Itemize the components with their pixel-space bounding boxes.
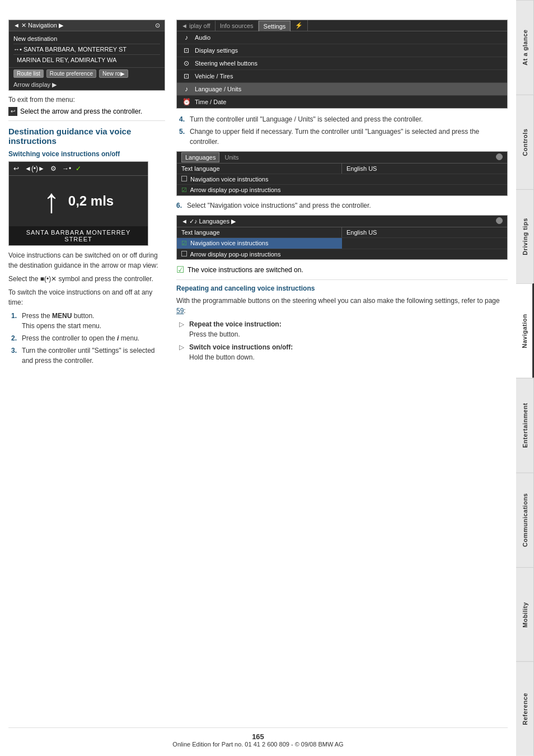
right-tab-bar: At a glance Controls Driving tips Naviga… [516,0,534,756]
route-pref-btn[interactable]: Route preference [46,69,96,78]
voice-on-indicator: ☑ The voice instructions are switched on… [176,264,508,275]
dot-indicator-1 [496,153,503,161]
navigation-screen-1: ◄ ✕ Navigation ▶ ⊙ New destination ↔• SA… [8,20,165,91]
repeating-body-text: With the programmable buttons on the ste… [176,296,508,316]
lang-row-arrow-display: ☑ Arrow display pop-up instructions [177,185,507,195]
tab-entertainment[interactable]: Entertainment [516,378,534,473]
checkmark-icon: ✓ [76,165,81,172]
caption-arrow-text: Select the arrow and press the controlle… [20,108,142,115]
voice-on-check: ☑ [176,264,184,275]
arrow-unchecked-icon [181,251,187,256]
time-icon: ⏰ [181,98,191,106]
units-tab[interactable]: Units [222,153,242,162]
arrow-main-area: ↑ 0,2 mls [9,176,148,226]
languages-tab[interactable]: Languages [181,152,219,162]
route-list-btn[interactable]: Route list [13,69,44,78]
nav-row-3: MARINA DEL REY, ADMIRALTY WA [13,55,160,65]
tab-info[interactable]: Info sources [216,21,259,31]
settings-language: ♪ Language / Units [177,83,507,96]
tab-settings[interactable]: Settings [259,21,291,31]
settings-audio: ♪ Audio [177,31,507,44]
lang-cell-nav-voice: Navigation voice instructions [177,174,342,184]
steps-4-5-list: 4. Turn the controller until "Language /… [179,114,508,147]
divider-1 [8,120,165,121]
lang-screen-2-header: ◄ ✓♪ Languages ▶ [177,216,507,227]
tab-reference[interactable]: Reference [516,661,534,756]
arrow-display-row: Arrow display ▶ [9,80,165,90]
lang2-cell-text-language: Text language [177,227,342,237]
voice-on-text: The voice instructions are switched on. [188,266,303,274]
tab-power[interactable]: ⚡ [291,20,308,31]
steering-icon: ⊙ [181,59,191,67]
arrow-icon-bar: ↩ ◄(•)► ⚙ →• [13,165,71,172]
lang-screen-1-header: Languages Units [177,152,507,164]
nav-checked-icon: ☑ [181,240,187,246]
back-icon: ↩ [13,165,19,172]
distance-display: 0,2 mls [68,193,114,209]
nav-row-1: New destination [13,34,160,44]
checked-icon: ☑ [181,186,187,193]
nav-screen-body: New destination ↔• SANTA BARBARA, MONTER… [9,31,165,67]
language-screen-1: Languages Units Text language English US [176,151,508,196]
speaker-icon: ◄(•)► [25,165,45,172]
step-4: 4. Turn the controller until "Language /… [179,114,508,124]
steps-list: 1. Press the MENU button.This opens the … [11,311,165,366]
vehicle-icon: ⊡ [181,72,191,80]
tab-at-a-glance[interactable]: At a glance [516,0,534,95]
route-icon: →• [62,165,71,172]
select-symbol-text: Select the ■(•)✕ symbol and press the co… [8,274,165,284]
lang2-cell-english-us: English US [342,227,507,237]
settings-steering: ⊙ Steering wheel buttons [177,57,507,70]
arrow-screen-top-bar: ↩ ◄(•)► ⚙ →• ✓ [9,162,148,176]
nav-screen-footer: Route list Route preference New ro▶ [9,67,165,80]
arrow-guidance-screen: ↩ ◄(•)► ⚙ →• ✓ ↑ 0,2 mls SANTA BARBARA M… [8,161,148,246]
lang-cell-text-language: Text language [177,164,342,174]
settings-tab-bar: ◄ iplay off Info sources Settings ⚡ [177,20,507,31]
section-heading-voice: Destination guidance via voice instructi… [8,127,165,146]
nav-title: ◄ ✕ Navigation ▶ [13,22,63,29]
nav-screen-header: ◄ ✕ Navigation ▶ ⊙ [9,20,165,31]
lang2-row-text-lang: Text language English US [177,227,507,238]
audio-icon: ♪ [181,34,191,41]
lang-cell-arrow-display: ☑ Arrow display pop-up instructions [177,185,342,195]
step-3: 3. Turn the controller until "Settings" … [11,346,165,366]
tab-controls[interactable]: Controls [516,95,534,189]
sub-heading-switching: Switching voice instructions on/off [8,150,165,158]
tab-communications[interactable]: Communications [516,473,534,567]
settings-icon: ⚙ [50,165,57,172]
lang2-row-arrow-display: Arrow display pop-up instructions [177,249,507,259]
street-name-bar: SANTA BARBARA MONTERREY STREET [9,226,148,245]
bullet-switch: ▷ Switch voice instructions on/off:Hold … [179,342,508,362]
step-6: 6. Select "Navigation voice instructions… [176,200,508,211]
tab-mobility[interactable]: Mobility [516,567,534,662]
bullet-list: ▷ Repeat the voice instruction:Press the… [179,319,508,362]
footer-text: Online Edition for Part no. 01 41 2 600 … [8,741,508,748]
lang2-cell-arrow-display: Arrow display pop-up instructions [177,249,342,259]
settings-display: ⊡ Display settings [177,44,507,57]
new-route-btn[interactable]: New ro▶ [99,69,128,78]
tab-navigation[interactable]: Navigation [516,283,534,378]
page-number: 165 [8,732,508,741]
lang-tabs-row: Languages Units [181,154,242,161]
tab-iplay[interactable]: ◄ iplay off [177,21,216,31]
tab-driving-tips[interactable]: Driving tips [516,189,534,284]
language-icon: ♪ [181,85,191,93]
lang2-cell-nav-voice: ☑ Navigation voice instructions [177,238,342,249]
bullet-arrow-1: ▷ [179,319,186,339]
dot-indicator-2 [496,217,503,225]
switch-anytime-text: To switch the voice instructions on and … [8,287,165,307]
lang2-row-nav-voice: ☑ Navigation voice instructions [177,238,507,249]
step-5: 5. Change to upper field if necessary. T… [179,127,508,147]
caption-arrow-select: ↩ Select the arrow and press the control… [8,107,165,116]
direction-arrow: ↑ [43,184,60,218]
settings-screen: ◄ iplay off Info sources Settings ⚡ ♪ Au… [176,20,508,109]
divider-2 [176,279,508,280]
language-screen-2: ◄ ✓♪ Languages ▶ Text language English U… [176,215,508,260]
lang-cell-english-us: English US [342,164,507,174]
lang-row-text-lang: Text language English US [177,164,507,174]
nav-row-2: ↔• SANTA BARBARA, MONTERREY ST [13,44,160,55]
nav-icon: ⊙ [155,22,160,29]
lang-screen-2-title: ◄ ✓♪ Languages ▶ [181,218,236,225]
display-icon: ⊡ [181,46,191,54]
page-ref-link[interactable]: 59 [176,307,184,315]
